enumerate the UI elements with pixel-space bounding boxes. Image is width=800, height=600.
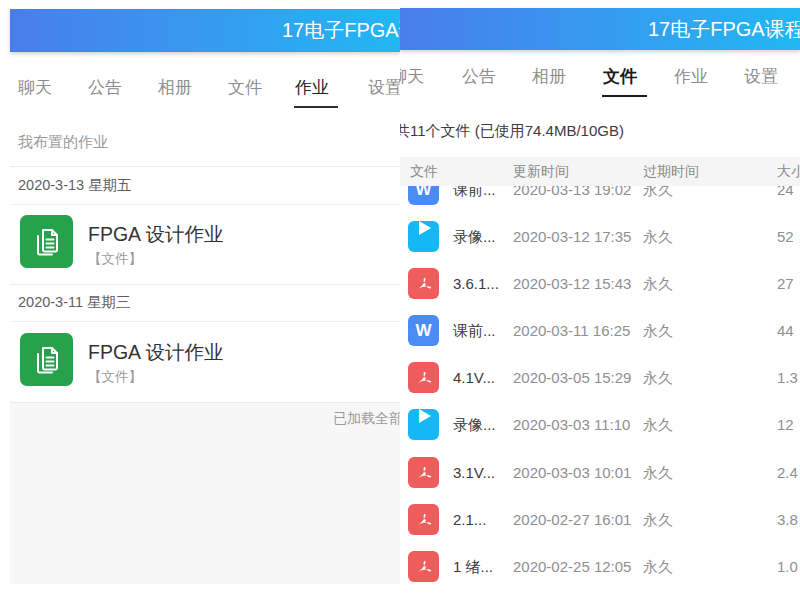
homework-title: FPGA 设计作业 (88, 221, 223, 248)
app-header: 17电子FPGA课程 (10, 9, 400, 52)
play-icon (419, 221, 431, 235)
file-updated: 2020-02-25 12:05 (513, 551, 631, 582)
file-updated: 2020-03-03 10:01 (513, 457, 631, 488)
file-updated: 2020-03-12 15:43 (513, 268, 631, 299)
homework-title: FPGA 设计作业 (88, 339, 223, 366)
column-header-updated: 更新时间 (513, 157, 569, 186)
file-expires: 永久 (643, 268, 673, 299)
column-header-expires: 过期时间 (643, 157, 699, 186)
page-title: 17电子FPGA课程 (648, 8, 800, 50)
file-name: 3.6.1... (453, 268, 499, 299)
loaded-all-text: 已加载全部 (333, 410, 400, 428)
date-group-label: 2020-3-11 星期三 (18, 293, 131, 312)
table-row[interactable]: 1 绪... 2020-02-25 12:05 永久 1.0 (400, 551, 800, 582)
file-updated: 2020-03-12 17:35 (513, 221, 631, 252)
homework-files-icon (20, 333, 73, 386)
file-expires: 永久 (643, 551, 673, 582)
file-name: 4.1V... (453, 362, 495, 393)
tab-notice[interactable]: 公告 (88, 76, 122, 99)
list-footer: 已加载全部 (10, 403, 400, 584)
pdf-file-icon (408, 504, 439, 535)
divider (10, 284, 400, 285)
play-icon (419, 409, 431, 423)
file-size: 1.3 (777, 362, 798, 393)
tab-album[interactable]: 相册 (158, 76, 192, 99)
file-name: 2.1... (453, 504, 486, 535)
table-header: 文件 更新时间 过期时间 大小 (400, 157, 800, 186)
file-expires: 永久 (643, 362, 673, 393)
active-tab-underline (294, 106, 338, 108)
file-size: 52 (777, 221, 794, 252)
pdf-file-icon (408, 551, 439, 582)
app-header: 17电子FPGA课程 (400, 8, 800, 50)
file-size: 1.0 (777, 551, 798, 582)
table-row[interactable]: 录像... 2020-03-12 17:35 永久 52 (400, 221, 800, 252)
tab-settings[interactable]: 设置 (744, 65, 778, 88)
file-expires: 永久 (643, 457, 673, 488)
table-row[interactable]: 3.1V... 2020-03-03 10:01 永久 2.4 (400, 457, 800, 488)
pdf-file-icon (408, 362, 439, 393)
file-updated: 2020-03-05 15:29 (513, 362, 631, 393)
tab-notice[interactable]: 公告 (462, 65, 496, 88)
table-row[interactable]: 2.1... 2020-02-27 16:01 永久 3.8 (400, 504, 800, 535)
tab-settings[interactable]: 设置 (368, 76, 400, 99)
column-header-file: 文件 (410, 157, 438, 186)
file-name: 1 绪... (453, 551, 493, 582)
file-expires: 永久 (643, 221, 673, 252)
file-updated: 2020-03-11 16:25 (513, 315, 630, 346)
tab-homework[interactable]: 作业 (674, 65, 708, 88)
file-updated: 2020-03-03 11:10 (513, 409, 630, 440)
tab-album[interactable]: 相册 (532, 65, 566, 88)
video-file-icon (408, 409, 439, 440)
tab-files[interactable]: 文件 (603, 65, 637, 88)
file-size: 2.4 (777, 457, 798, 488)
section-title: 我布置的作业 (18, 133, 108, 152)
pdf-file-icon (408, 457, 439, 488)
file-name: 课前... (453, 315, 496, 346)
storage-summary: 共11个文件 (已使用74.4MB/10GB) (400, 122, 624, 141)
file-size: 44 (777, 315, 794, 346)
file-expires: 永久 (643, 504, 673, 535)
video-file-icon (408, 221, 439, 252)
page-title: 17电子FPGA课程 (282, 9, 400, 52)
file-size: 27 (777, 268, 794, 299)
file-name: 3.1V... (453, 457, 495, 488)
tab-chat[interactable]: 聊天 (400, 65, 424, 88)
table-row[interactable]: W 课前... 2020-03-11 16:25 永久 44 (400, 315, 800, 346)
homework-subtitle: 【文件】 (88, 368, 142, 386)
divider (10, 321, 400, 322)
column-header-size: 大小 (777, 157, 800, 186)
homework-panel: 17电子FPGA课程 聊天 公告 相册 文件 作业 设置 我布置的作业 2020… (0, 0, 400, 600)
divider (10, 166, 400, 167)
file-size: 3.8 (777, 504, 798, 535)
date-group-label: 2020-3-13 星期五 (18, 176, 132, 195)
divider (10, 204, 400, 205)
file-updated: 2020-02-27 16:01 (513, 504, 631, 535)
file-size: 12 (777, 409, 794, 440)
file-name: 录像... (453, 221, 496, 252)
tab-files[interactable]: 文件 (228, 76, 262, 99)
table-row[interactable]: 4.1V... 2020-03-05 15:29 永久 1.3 (400, 362, 800, 393)
tab-chat[interactable]: 聊天 (18, 76, 52, 99)
word-glyph: W (415, 315, 431, 346)
table-row[interactable]: 3.6.1... 2020-03-12 15:43 永久 27 (400, 268, 800, 299)
homework-subtitle: 【文件】 (88, 250, 142, 268)
homework-files-icon (20, 215, 73, 268)
tab-homework[interactable]: 作业 (295, 76, 329, 99)
active-tab-underline (602, 95, 647, 97)
files-panel: 17电子FPGA课程 聊天 公告 相册 文件 作业 设置 共11个文件 (已使用… (400, 0, 800, 600)
file-name: 录像... (453, 409, 496, 440)
screenshot-stage: 17电子FPGA课程 聊天 公告 相册 文件 作业 设置 我布置的作业 2020… (0, 0, 800, 600)
table-row[interactable]: 录像... 2020-03-03 11:10 永久 12 (400, 409, 800, 440)
pdf-file-icon (408, 268, 439, 299)
file-expires: 永久 (643, 315, 673, 346)
word-file-icon: W (408, 315, 439, 346)
file-expires: 永久 (643, 409, 673, 440)
